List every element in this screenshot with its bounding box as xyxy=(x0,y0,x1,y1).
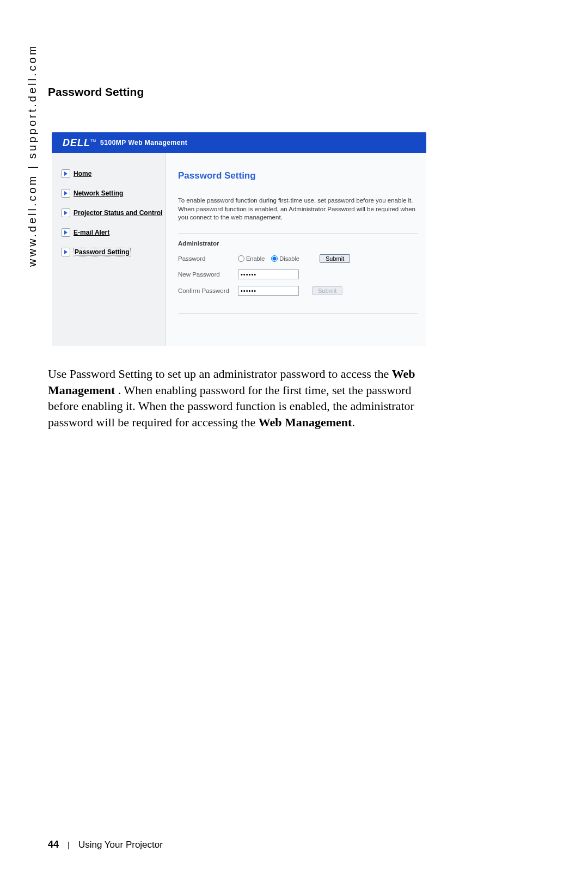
footer-section: Using Your Projector xyxy=(78,840,163,850)
content-pane: Password Setting To enable password func… xyxy=(166,153,426,346)
password-radio-group: Enable Disable xyxy=(238,255,307,262)
content-title: Password Setting xyxy=(178,170,418,181)
disable-radio[interactable] xyxy=(271,255,278,262)
submit-button-disabled: Submit xyxy=(312,286,342,295)
confirm-password-input[interactable] xyxy=(238,286,299,296)
sidebar-item-projector-status[interactable]: Projector Status and Control xyxy=(62,209,166,217)
sidebar-item-password-setting[interactable]: Password Setting xyxy=(62,248,166,256)
form-row-new-password: New Password xyxy=(178,270,418,279)
enable-radio[interactable] xyxy=(238,255,244,262)
chevron-right-icon xyxy=(62,189,70,198)
sidebar-item-label: E-mail Alert xyxy=(74,229,109,236)
form-row-password-toggle: Password Enable Disable Submit xyxy=(178,254,418,263)
enable-radio-label[interactable]: Enable xyxy=(238,255,265,262)
chevron-right-icon xyxy=(62,169,70,178)
disable-text: Disable xyxy=(279,255,299,262)
sidebar-item-label: Password Setting xyxy=(74,248,131,256)
disable-radio-label[interactable]: Disable xyxy=(271,255,299,262)
form-row-confirm-password: Confirm Password Submit xyxy=(178,286,418,296)
dell-trademark: TM xyxy=(90,139,96,143)
sidebar-item-email-alert[interactable]: E-mail Alert xyxy=(62,228,166,237)
document-page: www.dell.com | support.dell.com Password… xyxy=(0,0,588,882)
chevron-right-icon xyxy=(62,248,70,256)
submit-button[interactable]: Submit xyxy=(320,254,350,263)
content-intro-text: To enable password function during first… xyxy=(178,197,418,234)
dell-logo: DELLTM xyxy=(63,137,96,149)
para-part1: Use Password Setting to set up an admini… xyxy=(48,367,392,381)
body-paragraph: Use Password Setting to set up an admini… xyxy=(48,366,432,431)
sidebar-item-home[interactable]: Home xyxy=(62,169,166,178)
para-bold2: Web Management xyxy=(259,415,352,429)
app-header-title: 5100MP Web Management xyxy=(100,139,187,146)
side-url-text: www.dell.com | support.dell.com xyxy=(26,44,39,267)
app-header: DELLTM 5100MP Web Management xyxy=(52,132,426,153)
sidebar-item-label: Home xyxy=(74,170,91,177)
chevron-right-icon xyxy=(62,209,70,217)
footer-separator: | xyxy=(68,840,70,849)
confirm-password-label: Confirm Password xyxy=(178,287,238,294)
enable-text: Enable xyxy=(246,255,265,262)
sidebar-item-label: Projector Status and Control xyxy=(74,209,162,217)
app-body: Home Network Setting Projector Status an… xyxy=(52,153,426,346)
page-footer: 44 | Using Your Projector xyxy=(48,839,163,850)
sidebar-item-network-setting[interactable]: Network Setting xyxy=(62,189,166,198)
sidebar: Home Network Setting Projector Status an… xyxy=(52,153,166,346)
password-label: Password xyxy=(178,255,238,262)
new-password-label: New Password xyxy=(178,271,238,278)
dell-logo-text: DELL xyxy=(63,137,90,148)
para-part3: . xyxy=(352,415,355,429)
admin-form-block: Administrator Password Enable Disable xyxy=(178,240,418,314)
form-section-label: Administrator xyxy=(178,240,418,247)
page-title: Password Setting xyxy=(48,85,144,99)
web-management-screenshot: DELLTM 5100MP Web Management Home Networ… xyxy=(52,132,426,346)
page-number: 44 xyxy=(48,839,59,850)
chevron-right-icon xyxy=(62,228,70,237)
new-password-input[interactable] xyxy=(238,270,299,279)
sidebar-item-label: Network Setting xyxy=(74,189,123,197)
